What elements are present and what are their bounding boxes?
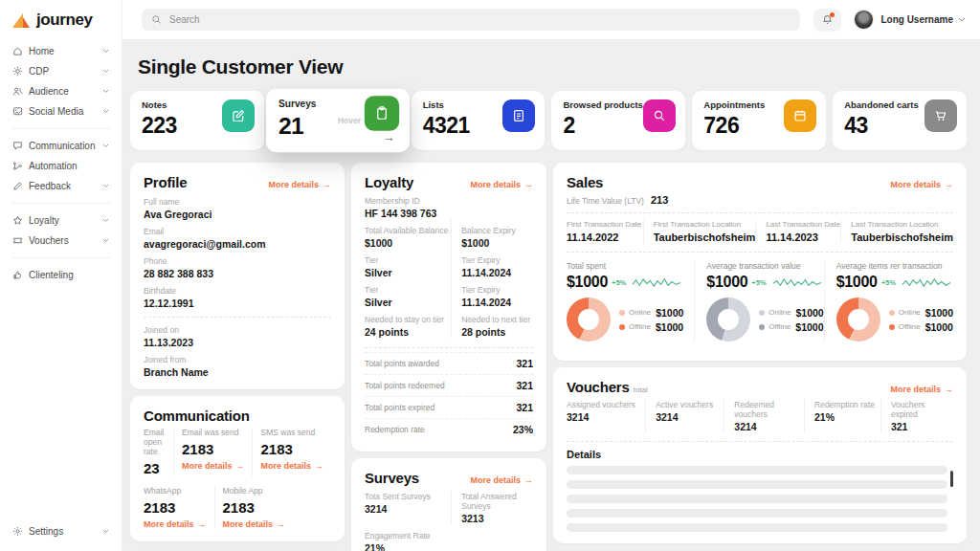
sidebar-item-automation[interactable]: Automation — [0, 156, 122, 176]
chevron-down-icon — [102, 529, 109, 534]
more-details-link[interactable]: More details→ — [182, 461, 245, 471]
field-label: Full name — [144, 197, 331, 207]
metric-avg-transaction-value: Average transaction value $1000 +5% Onli… — [694, 261, 823, 342]
transaction-field: Last Transaction Location Tauberbischofs… — [840, 220, 953, 243]
legend-value: $1000 — [656, 321, 683, 333]
more-details-link[interactable]: More details→ — [268, 180, 331, 189]
calendar-icon — [784, 99, 816, 132]
chevron-down-icon — [102, 238, 109, 243]
field-value: Branch Name — [144, 366, 331, 378]
membership-field: Membership ID HF 144 398 763 — [365, 196, 533, 219]
more-details-link[interactable]: More details→ — [890, 180, 953, 189]
field-value: 24 points — [365, 326, 451, 338]
search-icon — [643, 99, 676, 132]
arrow-icon: → — [945, 385, 953, 394]
brand-logo[interactable]: journey — [0, 0, 122, 41]
metric-label: Total spent — [567, 261, 694, 271]
row-label: Total points awarded — [365, 359, 439, 368]
sidebar-item-audience[interactable]: Audience — [0, 81, 122, 101]
ltv-value: 213 — [651, 194, 668, 206]
stat-cards-row: Notes 223 Surveys 21 Hover → Lists 4321 … — [130, 91, 967, 150]
stat-label: WhatsApp — [144, 486, 207, 496]
sidebar-item-clienteling[interactable]: Clienteling — [0, 265, 122, 285]
metric-value: $1000 — [567, 274, 608, 291]
profile-field: Full name Ava Gregoraci — [144, 197, 331, 220]
stat-label: SMS was send — [260, 428, 323, 437]
legend-label: Online — [899, 308, 921, 317]
loyalty-card: Loyalty More details→ Membership ID HF 1… — [351, 163, 546, 452]
field-label: Birthdate — [144, 286, 331, 296]
more-details-label: More details — [470, 180, 521, 189]
more-details-link[interactable]: More details→ — [260, 461, 323, 471]
field-value: Tauberbischofsheim — [654, 231, 756, 243]
sidebar-item-feedback[interactable]: Feedback — [0, 176, 122, 196]
more-details-link[interactable]: More details→ — [223, 519, 323, 529]
notifications-button[interactable] — [813, 9, 841, 32]
row-value: 321 — [516, 380, 533, 391]
field-value: 28 points — [461, 326, 533, 338]
communication-stat: SMS was send 2183 More details→ — [252, 428, 331, 476]
loyalty-field: Tier Silver — [365, 278, 451, 308]
more-details-link[interactable]: More details→ — [470, 475, 533, 485]
sparkline-chart — [902, 276, 951, 290]
metric-label: Average items rer transaction — [836, 261, 953, 271]
communication-stat: Email open rate 23 — [144, 428, 173, 476]
more-details-label: More details — [268, 180, 319, 189]
legend-label: Offline — [629, 322, 651, 331]
legend-dot-online — [889, 310, 895, 316]
ticket-icon — [12, 235, 23, 246]
divider — [567, 252, 953, 253]
feedback-icon — [12, 181, 23, 191]
row-label: Total points expired — [365, 403, 434, 412]
field-label: Needed to stay on tier — [365, 315, 451, 324]
arrow-icon: → — [323, 180, 331, 189]
stat-value: 2183 — [182, 441, 245, 457]
transaction-field: Last Transaction Date 11.14.2023 — [755, 220, 840, 243]
stat-card-abandoned-carts[interactable]: Abandoned carts 43 — [833, 91, 967, 150]
stat-card-lists[interactable]: Lists 4321 — [412, 91, 546, 150]
sidebar-item-label: Home — [29, 46, 55, 56]
stat-card-surveys[interactable]: Surveys 21 Hover → — [266, 89, 410, 152]
avatar[interactable] — [854, 10, 874, 30]
surveys-stat: Total Answered Surveys 3213 — [451, 492, 533, 524]
sidebar-item-label: Loyalty — [29, 215, 59, 226]
more-details-link[interactable]: More details→ — [144, 519, 207, 529]
arrow-icon: → — [277, 519, 285, 529]
sales-title: Sales — [567, 174, 603, 190]
sidebar-item-home[interactable]: Home — [0, 41, 122, 61]
stat-card-appointments[interactable]: Appointments 726 — [692, 91, 826, 150]
sidebar-item-social-media[interactable]: Social Media — [0, 101, 122, 121]
more-details-link[interactable]: More details→ — [470, 180, 533, 189]
more-details-link[interactable]: More details→ — [890, 385, 953, 394]
sidebar-item-cdp[interactable]: CDP — [0, 61, 122, 81]
chevron-down-icon — [102, 184, 109, 188]
stat-card-notes[interactable]: Notes 223 — [130, 91, 264, 150]
notification-dot — [830, 12, 835, 17]
main-content: Single Customer View Notes 223 Surveys 2… — [122, 40, 980, 551]
stat-label: Tota Sent Surveys — [365, 492, 451, 501]
surveys-stat: Engagement Rate 21% — [365, 531, 533, 551]
stat-card-browsed-products[interactable]: Browsed products 2 — [551, 91, 685, 150]
sales-card: Sales More details→ Life Time Value (LTV… — [553, 163, 967, 361]
scrollbar-thumb[interactable] — [950, 471, 953, 487]
search-box[interactable] — [142, 9, 800, 31]
sidebar-divider — [11, 203, 110, 204]
arrow-icon[interactable]: → — [383, 131, 395, 145]
sidebar-item-loyalty[interactable]: Loyalty — [0, 210, 122, 231]
sidebar-item-label: Social Media — [29, 106, 83, 117]
chevron-down-icon[interactable] — [958, 17, 966, 22]
field-value: Silver — [365, 297, 451, 308]
search-input[interactable] — [167, 13, 791, 26]
legend-dot-offline — [759, 324, 765, 330]
sidebar-divider — [11, 128, 110, 129]
profile-field: Birthdate 12.12.1991 — [144, 286, 331, 309]
field-label: Email — [144, 227, 331, 236]
stat-value: 2183 — [144, 499, 207, 516]
surveys-title: Surveys — [365, 470, 419, 486]
skeleton-row — [567, 509, 947, 518]
skeleton-row — [567, 495, 947, 503]
sidebar-item-vouchers[interactable]: Vouchers — [0, 231, 122, 251]
sidebar-item-communication[interactable]: Communication — [0, 136, 122, 156]
row-value: 321 — [516, 358, 533, 369]
sidebar-item-settings[interactable]: Settings — [0, 521, 122, 541]
